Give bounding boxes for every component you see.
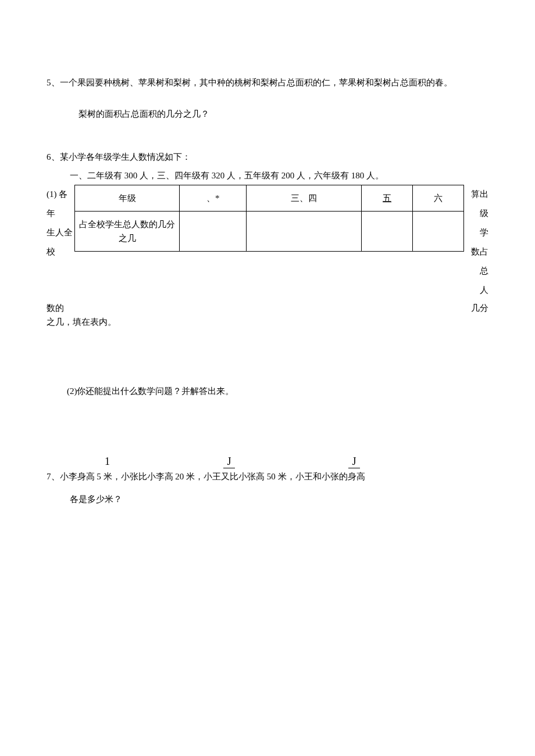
fraction-1: 1 (105, 456, 110, 468)
td-row-label: 占全校学生总人数的几分之几 (75, 212, 180, 252)
fraction-3: J (348, 456, 360, 468)
q6-subquestion-2: (2)你还能提出什么数学问题？并解答出来。 (47, 384, 488, 398)
q6-table-wrap: 年级 、* 三、四 五 六 占全校学生总人数的几分之几 (74, 185, 464, 252)
q6-left-l1: (1) 各 (47, 185, 74, 204)
question-6: 6、某小学各年级学生人数情况如下： 一、二年级有 300 人，三、四年级有 32… (47, 150, 488, 398)
q6-header: 6、某小学各年级学生人数情况如下： (47, 150, 488, 164)
q7-text-line2: 各是多少米？ (47, 492, 488, 506)
q6-left-column: (1) 各 年 生人全 校 (47, 185, 74, 261)
question-5: 5、一个果园要种桃树、苹果树和梨树，其中种的桃树和梨树占总面积的仁，苹果树和梨树… (47, 76, 488, 121)
table-header-row: 年级 、* 三、四 五 六 (75, 185, 464, 212)
q7-fractions-row: 1 J J (105, 456, 488, 468)
q6-tail-right: 几分 (471, 301, 488, 315)
q6-right-r4: 人 (464, 281, 488, 300)
q6-tail-left: 数的 (47, 301, 64, 315)
q5-text-line1: 5、一个果园要种桃树、苹果树和梨树，其中种的桃树和梨树占总面积的仁，苹果树和梨树… (47, 76, 488, 89)
q6-right-r1: 算出级 (464, 185, 488, 223)
q6-left-l4: 校 (47, 242, 74, 261)
th-col-3-4: 三、四 (247, 185, 362, 212)
q6-right-column: 算出级 学 数占总 人 (464, 185, 488, 300)
th-col-6: 六 (413, 185, 464, 212)
th-col-1-2: 、* (180, 185, 247, 212)
th-grade-label: 年级 (75, 185, 180, 212)
td-cell-6 (413, 212, 464, 252)
q5-text-line2: 梨树的面积占总面积的几分之几？ (47, 107, 488, 121)
fraction-2: J (223, 456, 235, 468)
q6-tail: 数的 几分 之几，填在表内。 (47, 301, 488, 329)
q6-right-r3: 数占总 (464, 242, 488, 281)
table-row: 占全校学生总人数的几分之几 (75, 212, 464, 252)
td-cell-3-4 (247, 212, 362, 252)
q6-left-l3: 生人全 (47, 223, 74, 242)
td-cell-5 (362, 212, 413, 252)
question-7: 1 J J 7、小李身高 5 米，小张比小李高 20 米，小王又比小张高 50 … (47, 456, 488, 506)
q6-right-r2: 学 (464, 223, 488, 242)
q6-left-l2: 年 (47, 204, 74, 223)
q6-table: 年级 、* 三、四 五 六 占全校学生总人数的几分之几 (74, 185, 464, 252)
q6-intro: 一、二年级有 300 人，三、四年级有 320 人，五年级有 200 人，六年级… (47, 169, 488, 182)
q7-text-line1: 7、小李身高 5 米，小张比小李高 20 米，小王又比小张高 50 米，小王和小… (47, 470, 488, 483)
th-col-5: 五 (362, 185, 413, 212)
q6-layout: (1) 各 年 生人全 校 年级 、* 三、四 五 六 占全校学生总人数的几分之… (47, 185, 488, 300)
td-cell-1-2 (180, 212, 247, 252)
q6-tail-text: 之几，填在表内。 (47, 315, 488, 329)
